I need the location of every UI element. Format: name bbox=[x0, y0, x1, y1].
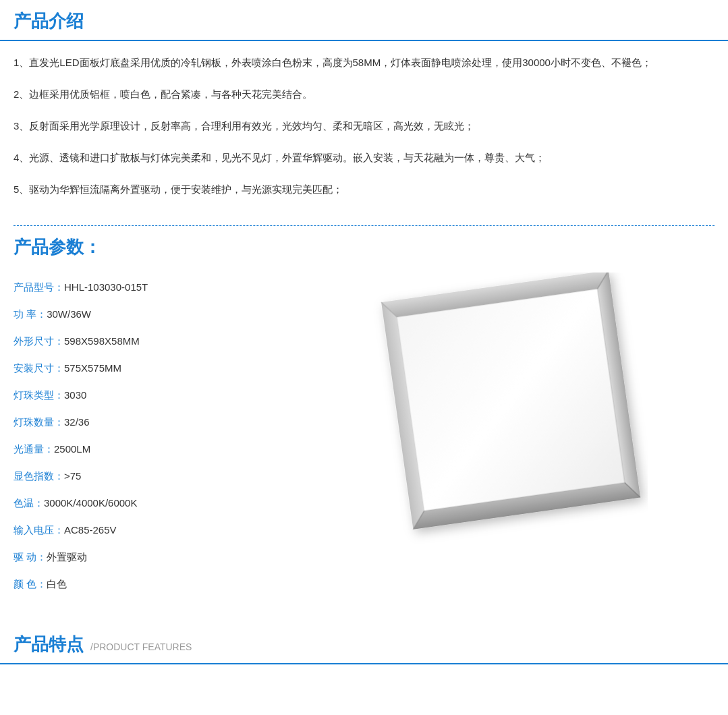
param-label-0: 产品型号： bbox=[13, 281, 64, 293]
param-value-0: HHL-103030-015T bbox=[64, 281, 148, 293]
intro-point-1: 1、直发光LED面板灯底盘采用优质的冷轧钢板，外表喷涂白色粉末，高度为58MM，… bbox=[13, 53, 715, 72]
param-label-1: 功 率： bbox=[13, 308, 47, 320]
intro-point-3: 3、反射面采用光学原理设计，反射率高，合理利用有效光，光效均匀、柔和无暗区，高光… bbox=[13, 117, 715, 135]
intro-point-2: 2、边框采用优质铝框，喷白色，配合紧凑，与各种天花完美结合。 bbox=[13, 85, 715, 103]
features-subtitle: /PRODUCT FEATURES bbox=[90, 641, 192, 652]
intro-content: 1、直发光LED面板灯底盘采用优质的冷轧钢板，外表喷涂白色粉末，高度为58MM，… bbox=[0, 41, 728, 219]
param-value-5: 32/36 bbox=[64, 416, 90, 428]
param-value-11: 白色 bbox=[47, 578, 67, 590]
param-item-3: 安装尺寸：575X575MM bbox=[13, 360, 297, 376]
param-item-1: 功 率：30W/36W bbox=[13, 306, 297, 322]
features-title: 产品特点 /PRODUCT FEATURES bbox=[0, 623, 728, 664]
svg-rect-5 bbox=[397, 289, 624, 511]
intro-section: 产品介绍 1、直发光LED面板灯底盘采用优质的冷轧钢板，外表喷涂白色粉末，高度为… bbox=[0, 0, 728, 226]
param-label-5: 灯珠数量： bbox=[13, 416, 64, 428]
params-section: 产品参数： 产品型号：HHL-103030-015T功 率：30W/36W外形尺… bbox=[0, 226, 728, 617]
product-image-area bbox=[297, 273, 715, 556]
param-item-6: 光通量：2500LM bbox=[13, 441, 297, 457]
param-value-8: 3000K/4000K/6000K bbox=[44, 497, 137, 509]
param-value-10: 外置驱动 bbox=[47, 551, 87, 563]
param-item-4: 灯珠类型：3030 bbox=[13, 387, 297, 403]
param-label-3: 安装尺寸： bbox=[13, 362, 64, 374]
param-value-7: >75 bbox=[64, 470, 81, 482]
product-image bbox=[364, 273, 648, 556]
params-body: 产品型号：HHL-103030-015T功 率：30W/36W外形尺寸：598X… bbox=[0, 266, 728, 617]
params-list: 产品型号：HHL-103030-015T功 率：30W/36W外形尺寸：598X… bbox=[13, 273, 297, 603]
param-item-10: 驱 动：外置驱动 bbox=[13, 549, 297, 565]
features-heading: 产品特点 bbox=[13, 633, 84, 656]
intro-point-5: 5、驱动为华辉恒流隔离外置驱动，便于安装维护，与光源实现完美匹配； bbox=[13, 180, 715, 198]
param-label-11: 颜 色： bbox=[13, 578, 47, 590]
intro-title: 产品介绍 bbox=[0, 0, 728, 41]
param-item-7: 显色指数：>75 bbox=[13, 468, 297, 484]
features-section: 产品特点 /PRODUCT FEATURES bbox=[0, 623, 728, 664]
param-label-6: 光通量： bbox=[13, 443, 54, 455]
param-label-9: 输入电压： bbox=[13, 524, 64, 536]
param-value-3: 575X575MM bbox=[64, 362, 121, 374]
param-label-10: 驱 动： bbox=[13, 551, 47, 563]
param-value-2: 598X598X58MM bbox=[64, 335, 140, 347]
param-value-6: 2500LM bbox=[54, 443, 90, 455]
params-title: 产品参数： bbox=[0, 226, 728, 266]
param-label-7: 显色指数： bbox=[13, 470, 64, 482]
param-label-8: 色温： bbox=[13, 497, 44, 509]
param-item-2: 外形尺寸：598X598X58MM bbox=[13, 333, 297, 349]
param-item-9: 输入电压：AC85-265V bbox=[13, 522, 297, 538]
param-item-11: 颜 色：白色 bbox=[13, 576, 297, 592]
param-item-8: 色温：3000K/4000K/6000K bbox=[13, 495, 297, 511]
param-item-0: 产品型号：HHL-103030-015T bbox=[13, 279, 297, 295]
param-item-5: 灯珠数量：32/36 bbox=[13, 414, 297, 430]
param-value-9: AC85-265V bbox=[64, 524, 117, 536]
param-label-2: 外形尺寸： bbox=[13, 335, 64, 347]
param-label-4: 灯珠类型： bbox=[13, 389, 64, 401]
param-value-4: 3030 bbox=[64, 389, 86, 401]
params-heading: 产品参数： bbox=[13, 235, 715, 259]
intro-heading: 产品介绍 bbox=[13, 9, 715, 33]
intro-point-4: 4、光源、透镜和进口扩散板与灯体完美柔和，见光不见灯，外置华辉驱动。嵌入安装，与… bbox=[13, 148, 715, 167]
param-value-1: 30W/36W bbox=[47, 308, 91, 320]
